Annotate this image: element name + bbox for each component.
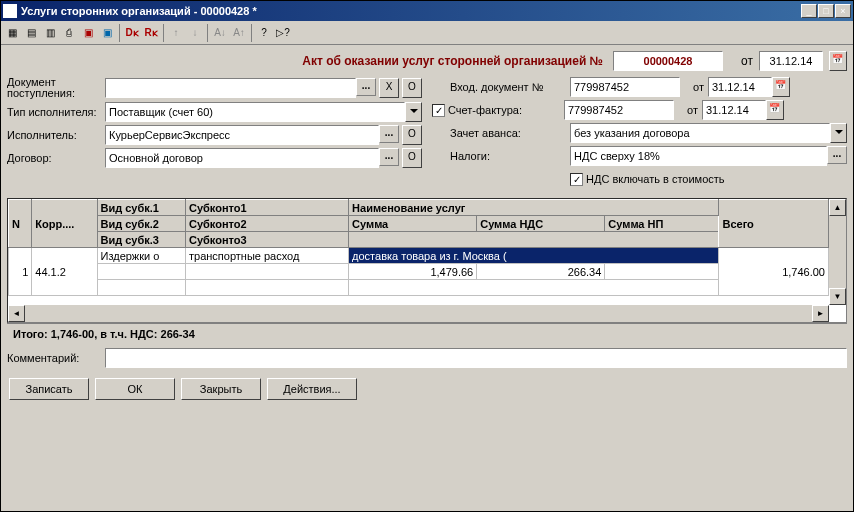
col-sub3[interactable]: Субконто3 xyxy=(186,232,349,248)
scroll-down-icon[interactable]: ▼ xyxy=(829,288,846,305)
executor-field[interactable]: КурьерСервисЭкспресс xyxy=(105,125,379,145)
doc-income-browse-icon[interactable]: ... xyxy=(356,78,376,96)
cell-vid3[interactable] xyxy=(97,280,186,296)
type-combo[interactable]: Поставщик (счет 60) xyxy=(105,102,405,122)
doc-number-field[interactable]: 00000428 xyxy=(613,51,723,71)
doc-income-field[interactable] xyxy=(105,78,356,98)
cell-total[interactable]: 1,746.00 xyxy=(719,248,829,296)
cell-vid1[interactable]: Издержки о xyxy=(97,248,186,264)
cell-korr[interactable]: 44.1.2 xyxy=(32,248,97,296)
comment-row: Комментарий: xyxy=(7,344,847,372)
tb-help-icon[interactable]: ? xyxy=(255,24,273,42)
executor-open-button[interactable]: О xyxy=(402,125,422,145)
in-doc-field[interactable]: 779987452 xyxy=(570,77,680,97)
col-n[interactable]: N xyxy=(9,200,32,248)
tb-down-icon[interactable]: ↓ xyxy=(186,24,204,42)
advance-dropdown-icon[interactable] xyxy=(830,123,847,143)
type-dropdown-icon[interactable] xyxy=(405,102,422,122)
contract-open-button[interactable]: О xyxy=(402,148,422,168)
advance-label: Зачет аванса: xyxy=(450,127,570,139)
comment-field[interactable] xyxy=(105,348,847,368)
doc-date-field[interactable]: 31.12.14 xyxy=(759,51,823,71)
invoice-calendar-icon[interactable] xyxy=(766,100,784,120)
close-button[interactable]: × xyxy=(835,4,851,18)
cell-vid2[interactable] xyxy=(97,264,186,280)
contract-browse-icon[interactable]: ... xyxy=(379,148,399,166)
minimize-button[interactable]: _ xyxy=(801,4,817,18)
tb-doc1-icon[interactable]: ▣ xyxy=(79,24,97,42)
tb-dk-icon[interactable]: Dᴋ xyxy=(123,24,141,42)
executor-browse-icon[interactable]: ... xyxy=(379,125,399,143)
col-sum[interactable]: Сумма xyxy=(349,216,477,232)
col-sum-nds[interactable]: Сумма НДС xyxy=(477,216,605,232)
invoice-label: Счет-фактура: xyxy=(448,104,564,116)
write-button[interactable]: Записать xyxy=(9,378,89,400)
cell-n[interactable]: 1 xyxy=(9,248,32,296)
col-sub1[interactable]: Субконто1 xyxy=(186,200,349,216)
ok-button[interactable]: ОК xyxy=(95,378,175,400)
tb-doc2-icon[interactable]: ▣ xyxy=(98,24,116,42)
tb-form-icon[interactable]: ▦ xyxy=(3,24,21,42)
maximize-button[interactable]: □ xyxy=(818,4,834,18)
tb-print-icon[interactable]: ⎙ xyxy=(60,24,78,42)
doc-income-clear-button[interactable]: X xyxy=(379,78,399,98)
col-sum-np[interactable]: Сумма НП xyxy=(605,216,719,232)
nds-include-checkbox[interactable]: ✓ xyxy=(570,173,583,186)
toolbar-separator xyxy=(251,24,252,42)
taxes-combo[interactable]: НДС сверху 18% xyxy=(570,146,827,166)
col-vid3[interactable]: Вид субк.3 xyxy=(97,232,186,248)
col-korr[interactable]: Корр.... xyxy=(32,200,97,248)
form-left-column: Документ поступления: ... X О Тип исполн… xyxy=(7,77,422,192)
scroll-up-icon[interactable]: ▲ xyxy=(829,199,846,216)
calendar-icon[interactable] xyxy=(829,51,847,71)
invoice-date-field[interactable]: 31.12.14 xyxy=(702,100,766,120)
tb-whatsthis-icon[interactable]: ▷? xyxy=(274,24,292,42)
col-total[interactable]: Всего xyxy=(719,200,829,248)
cell-sum-np[interactable] xyxy=(605,264,719,280)
close-form-button[interactable]: Закрыть xyxy=(181,378,261,400)
cell-sum-nds[interactable]: 266.34 xyxy=(477,264,605,280)
type-label: Тип исполнителя: xyxy=(7,107,105,118)
actions-button[interactable]: Действия... xyxy=(267,378,357,400)
cell-sub3[interactable] xyxy=(186,280,349,296)
table-row: 1,479.66 266.34 xyxy=(9,264,829,280)
col-vid2[interactable]: Вид субк.2 xyxy=(97,216,186,232)
form-right-column: Вход. документ № 779987452 от 31.12.14 ✓… xyxy=(432,77,847,192)
grid-table[interactable]: N Корр.... Вид субк.1 Субконто1 Наименов… xyxy=(8,199,829,296)
horizontal-scrollbar[interactable]: ◄ ► xyxy=(8,305,829,322)
in-doc-calendar-icon[interactable] xyxy=(772,77,790,97)
invoice-field[interactable]: 779987452 xyxy=(564,100,674,120)
cell-sum[interactable]: 1,479.66 xyxy=(349,264,477,280)
tb-sort-asc-icon[interactable]: A↓ xyxy=(211,24,229,42)
col-blank[interactable] xyxy=(349,232,719,248)
col-name[interactable]: Наименование услуг xyxy=(349,200,719,216)
invoice-checkbox[interactable]: ✓ xyxy=(432,104,445,117)
contract-field[interactable]: Основной договор xyxy=(105,148,379,168)
invoice-from-label: от xyxy=(674,104,702,116)
tb-rk-icon[interactable]: Rᴋ xyxy=(142,24,160,42)
tb-up-icon[interactable]: ↑ xyxy=(167,24,185,42)
tb-tree-icon[interactable]: ▥ xyxy=(41,24,59,42)
grid-header-row-3: Вид субк.3 Субконто3 xyxy=(9,232,829,248)
toolbar-separator xyxy=(163,24,164,42)
scroll-right-icon[interactable]: ► xyxy=(812,305,829,322)
cell-sub2[interactable] xyxy=(186,264,349,280)
comment-label: Комментарий: xyxy=(7,352,105,364)
tb-report-icon[interactable]: ▤ xyxy=(22,24,40,42)
executor-label: Исполнитель: xyxy=(7,129,105,141)
cell-blank[interactable] xyxy=(349,280,719,296)
cell-name-selected[interactable]: доставка товара из г. Москва ( xyxy=(349,248,719,264)
table-row xyxy=(9,280,829,296)
taxes-browse-icon[interactable]: ... xyxy=(827,146,847,164)
doc-income-open-button[interactable]: О xyxy=(402,78,422,98)
advance-combo[interactable]: без указания договора xyxy=(570,123,830,143)
window-title: Услуги сторонних организаций - 00000428 … xyxy=(21,5,801,17)
tb-sort-desc-icon[interactable]: A↑ xyxy=(230,24,248,42)
in-doc-date-field[interactable]: 31.12.14 xyxy=(708,77,772,97)
scroll-left-icon[interactable]: ◄ xyxy=(8,305,25,322)
col-sub2[interactable]: Субконто2 xyxy=(186,216,349,232)
content-area: Акт об оказании услуг сторонней организа… xyxy=(1,45,853,412)
cell-sub1[interactable]: транспортные расход xyxy=(186,248,349,264)
vertical-scrollbar[interactable]: ▲ ▼ xyxy=(829,199,846,305)
col-vid1[interactable]: Вид субк.1 xyxy=(97,200,186,216)
